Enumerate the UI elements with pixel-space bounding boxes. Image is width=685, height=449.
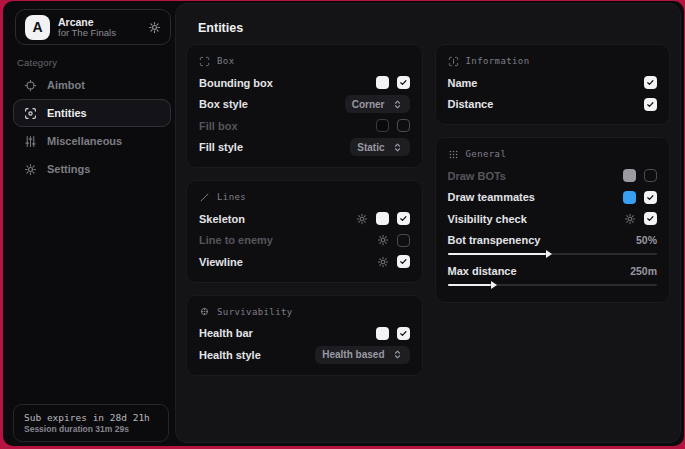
- setting-row: Box styleCorner: [199, 94, 410, 116]
- row-controls: Corner: [345, 95, 410, 113]
- dropdown-value: Health based: [322, 349, 384, 360]
- setting-label: Draw teammates: [448, 191, 535, 203]
- sidebar-item-entities[interactable]: Entities: [13, 99, 171, 127]
- sub-expiry-text: Sub expires in 28d 21h: [24, 412, 158, 423]
- sidebar-item-miscellaneous[interactable]: Miscellaneous: [13, 127, 171, 155]
- dropdown-fill-style[interactable]: Static: [350, 138, 409, 156]
- color-swatch[interactable]: [376, 212, 389, 225]
- setting-label: Bounding box: [199, 77, 273, 89]
- chevrons-up-down-icon: [392, 349, 403, 360]
- crosshair-icon: [24, 79, 37, 92]
- slider-track[interactable]: [448, 250, 658, 258]
- dropdown-value: Corner: [352, 99, 385, 110]
- setting-label: Fill box: [199, 120, 238, 132]
- scan-icon: [24, 107, 37, 120]
- checkbox-draw-bots[interactable]: [644, 169, 657, 182]
- row-controls: [376, 119, 410, 132]
- checkbox-draw-teammates[interactable]: [644, 191, 657, 204]
- setting-row: Fill styleStatic: [199, 137, 410, 159]
- card-survivability: SurvivabilityHealth barHealth styleHealt…: [186, 295, 423, 376]
- sidebar-item-label: Settings: [47, 163, 90, 175]
- sidebar-item-aimbot[interactable]: Aimbot: [13, 71, 171, 99]
- gear-icon[interactable]: [356, 213, 368, 225]
- info-frame-icon: [448, 56, 459, 67]
- dropdown-health-style[interactable]: Health based: [315, 346, 409, 364]
- checkbox-fill-box[interactable]: [397, 119, 410, 132]
- setting-label: Visibility check: [448, 213, 527, 225]
- checkbox-line-to-enemy[interactable]: [397, 234, 410, 247]
- left-column: BoxBounding boxBox styleCornerFill boxFi…: [186, 44, 423, 376]
- slider-track[interactable]: [448, 281, 658, 289]
- slider-fill: [448, 253, 546, 255]
- checkbox-viewline[interactable]: [397, 255, 410, 268]
- setting-row: Fill box: [199, 115, 410, 137]
- brand-subtitle: for The Finals: [58, 28, 140, 39]
- card-header: Lines: [199, 189, 410, 205]
- row-controls: [623, 169, 657, 182]
- setting-label: Health bar: [199, 327, 253, 339]
- gear-icon[interactable]: [377, 234, 389, 246]
- slider-head: Bot transpenency50%: [448, 231, 658, 249]
- gear-icon[interactable]: [377, 256, 389, 268]
- slider-head: Max distance250m: [448, 262, 658, 280]
- subscription-info-card: Sub expires in 28d 21h Session duration …: [13, 404, 169, 442]
- session-duration-text: Session duration 31m 29s: [24, 424, 158, 434]
- setting-row: Health styleHealth based: [199, 344, 410, 366]
- grid-dots-icon: [448, 149, 459, 160]
- card-title: Box: [217, 56, 234, 66]
- card-lines: LinesSkeletonLine to enemyViewline: [186, 180, 423, 283]
- sidebar-item-label: Miscellaneous: [47, 135, 122, 147]
- setting-row: Line to enemy: [199, 230, 410, 252]
- setting-label: Skeleton: [199, 213, 245, 225]
- main-panel: Entities BoxBounding boxBox styleCornerF…: [175, 3, 681, 443]
- row-controls: [624, 212, 657, 225]
- checkbox-distance[interactable]: [644, 98, 657, 111]
- sidebar-nav: AimbotEntitiesMiscellaneousSettings: [13, 71, 171, 183]
- color-swatch[interactable]: [376, 119, 389, 132]
- box-corners-icon: [199, 56, 210, 67]
- color-swatch[interactable]: [623, 169, 636, 182]
- checkbox-bounding-box[interactable]: [397, 76, 410, 89]
- checkbox-health-bar[interactable]: [397, 327, 410, 340]
- setting-row: Visibility check: [448, 208, 658, 230]
- setting-row: Name: [448, 72, 658, 94]
- sidebar-item-settings[interactable]: Settings: [13, 155, 171, 183]
- brand-name: Arcane: [58, 16, 140, 28]
- setting-row: Health bar: [199, 323, 410, 345]
- color-swatch[interactable]: [376, 327, 389, 340]
- checkbox-visibility-check[interactable]: [644, 212, 657, 225]
- gear-icon[interactable]: [148, 21, 161, 34]
- dropdown-box-style[interactable]: Corner: [345, 95, 410, 113]
- slider-row: Bot transpenency50%: [448, 231, 658, 258]
- card-title: Survivability: [217, 307, 293, 317]
- card-header: General: [448, 146, 658, 162]
- gear-icon[interactable]: [624, 213, 636, 225]
- setting-row: Viewline: [199, 251, 410, 273]
- color-swatch[interactable]: [623, 191, 636, 204]
- sidebar-item-label: Entities: [47, 107, 87, 119]
- row-controls: [623, 191, 657, 204]
- avatar: A: [25, 15, 50, 40]
- checkbox-skeleton[interactable]: [397, 212, 410, 225]
- slider-fill: [448, 284, 492, 286]
- card-box: BoxBounding boxBox styleCornerFill boxFi…: [186, 44, 423, 168]
- setting-label: Fill style: [199, 141, 243, 153]
- card-general: GeneralDraw BOTsDraw teammatesVisibility…: [435, 137, 671, 303]
- setting-label: Viewline: [199, 256, 243, 268]
- checkbox-name[interactable]: [644, 76, 657, 89]
- row-controls: [356, 212, 410, 225]
- slash-icon: [199, 192, 210, 203]
- setting-row: Skeleton: [199, 208, 410, 230]
- color-swatch[interactable]: [376, 76, 389, 89]
- brand-text: Arcane for The Finals: [58, 16, 140, 39]
- setting-row: Bounding box: [199, 72, 410, 94]
- sliders-icon: [24, 135, 37, 148]
- slider-thumb[interactable]: [491, 281, 497, 289]
- slider-value: 250m: [630, 265, 657, 277]
- category-label: Category: [17, 57, 57, 68]
- slider-value: 50%: [636, 234, 657, 246]
- setting-row: Draw teammates: [448, 187, 658, 209]
- slider-thumb[interactable]: [546, 250, 552, 258]
- page-title: Entities: [198, 21, 243, 35]
- setting-label: Draw BOTs: [448, 170, 506, 182]
